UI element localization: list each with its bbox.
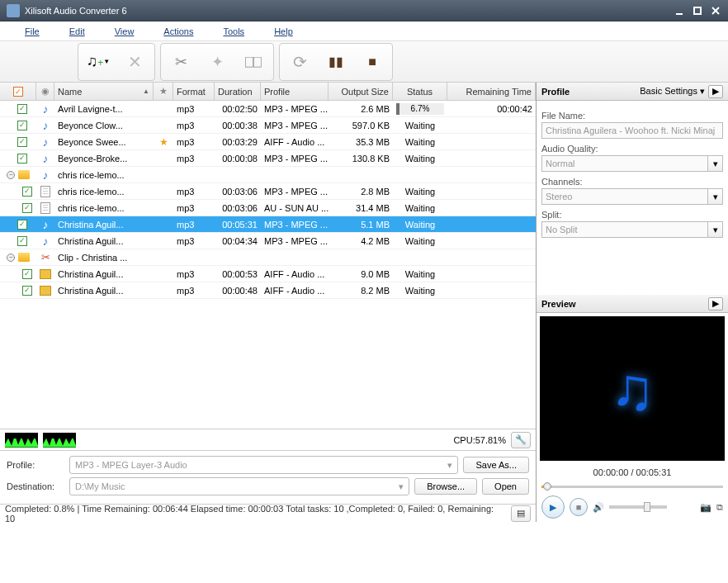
checkbox[interactable]: [22, 269, 32, 279]
row-output: [329, 249, 393, 265]
row-name: Christina Aguil...: [54, 266, 154, 282]
row-output: 9.0 MB: [329, 266, 393, 282]
row-format: mp3: [173, 117, 215, 133]
menu-help[interactable]: Help: [259, 24, 308, 39]
table-row[interactable]: ♪Avril Lavigne-t...mp300:02:50MP3 - MPEG…: [0, 101, 536, 117]
preview-seek-slider[interactable]: [541, 481, 723, 492]
preview-time: 00:00:00 / 00:05:31: [537, 464, 728, 481]
header-duration[interactable]: Duration: [215, 83, 261, 100]
filename-input[interactable]: [541, 122, 723, 139]
browse-button[interactable]: Browse...: [414, 478, 477, 495]
table-row[interactable]: ♪Beyonce-Broke...mp300:00:08MP3 - MPEG .…: [0, 150, 536, 167]
volume-icon[interactable]: 🔊: [593, 502, 604, 513]
popout-button[interactable]: ⧉: [716, 502, 723, 513]
pause-button[interactable]: ▮▮: [319, 47, 352, 77]
checkbox[interactable]: [17, 137, 27, 147]
maximize-button[interactable]: [688, 4, 707, 17]
collapse-icon[interactable]: −: [7, 171, 15, 179]
file-list[interactable]: ♪Avril Lavigne-t...mp300:02:50MP3 - MPEG…: [0, 101, 536, 429]
table-row[interactable]: ♪Beyonce Clow...mp300:00:38MP3 - MPEG ..…: [0, 117, 536, 134]
chevron-down-icon[interactable]: ▾: [708, 221, 723, 238]
open-button[interactable]: Open: [482, 478, 529, 495]
chevron-down-icon[interactable]: ▾: [708, 188, 723, 205]
star-icon[interactable]: ★: [159, 136, 168, 148]
status-list-button[interactable]: ▤: [511, 505, 531, 522]
close-button[interactable]: [707, 4, 725, 17]
table-row[interactable]: ♪Christina Aguil...mp300:04:34MP3 - MPEG…: [0, 233, 536, 249]
row-output: [329, 167, 393, 182]
table-row[interactable]: − ♪chris rice-lemo...: [0, 167, 536, 183]
split-select[interactable]: [541, 221, 708, 238]
row-format: mp3: [173, 101, 215, 116]
music-icon: ♪: [43, 102, 49, 116]
menu-tools[interactable]: Tools: [208, 24, 259, 39]
row-format: mp3: [173, 200, 215, 216]
effects-button[interactable]: ✦: [201, 47, 234, 77]
collapse-icon[interactable]: −: [7, 254, 15, 262]
play-button[interactable]: ▶: [541, 495, 565, 519]
preview-stop-button[interactable]: ■: [570, 498, 588, 516]
basic-settings-dropdown[interactable]: Basic Settings ▾: [640, 86, 705, 97]
profile-collapse-button[interactable]: ▶: [708, 85, 723, 98]
checkbox[interactable]: [22, 286, 32, 296]
chevron-down-icon[interactable]: ▾: [708, 155, 723, 172]
destination-select[interactable]: D:\My Music▾: [69, 477, 409, 495]
snapshot-button[interactable]: 📷: [700, 502, 711, 513]
table-row[interactable]: Christina Aguil...mp300:00:53AIFF - Audi…: [0, 266, 536, 282]
clip-button[interactable]: ✂: [164, 47, 197, 77]
row-profile: MP3 - MPEG ...: [261, 150, 329, 166]
table-row[interactable]: ♪Beyonce Swee...★mp300:03:29AIFF - Audio…: [0, 134, 536, 150]
header-name[interactable]: Name▲: [54, 83, 154, 100]
row-remaining: [447, 282, 536, 298]
menu-edit[interactable]: Edit: [54, 24, 100, 39]
row-output: 8.2 MB: [329, 282, 393, 298]
checkbox[interactable]: [17, 121, 27, 130]
header-output[interactable]: Output Size: [329, 83, 393, 100]
cpu-text: CPU:57.81%: [453, 435, 506, 445]
row-remaining: [447, 266, 536, 282]
add-file-button[interactable]: ♫+▼: [82, 47, 115, 77]
header-format[interactable]: Format: [173, 83, 215, 100]
menu-actions[interactable]: Actions: [149, 24, 208, 39]
table-row[interactable]: Christina Aguil...mp300:00:48AIFF - Audi…: [0, 282, 536, 299]
checkbox[interactable]: [17, 236, 27, 246]
row-profile: AIFF - Audio ...: [261, 134, 329, 149]
row-output: 2.6 MB: [329, 101, 393, 116]
checkbox[interactable]: [17, 154, 27, 164]
wrench-icon: 🔧: [515, 434, 527, 445]
checkbox[interactable]: [22, 187, 32, 197]
profile-panel-header: Profile Basic Settings ▾ ▶: [537, 83, 728, 101]
row-remaining: [447, 233, 536, 249]
quality-select[interactable]: [541, 155, 708, 172]
checkbox[interactable]: [22, 203, 32, 213]
checkbox[interactable]: [17, 220, 27, 230]
split-button[interactable]: ⎕⎕: [237, 47, 270, 77]
table-row[interactable]: ♪Christina Aguil...mp300:05:31MP3 - MPEG…: [0, 216, 536, 233]
checkbox[interactable]: [17, 104, 27, 114]
channels-select[interactable]: [541, 188, 708, 205]
header-star[interactable]: ★: [154, 83, 173, 100]
header-profile[interactable]: Profile: [261, 83, 329, 100]
menu-file[interactable]: File: [10, 24, 54, 39]
row-remaining: [447, 117, 536, 133]
header-check[interactable]: [0, 83, 36, 100]
minimize-button[interactable]: [670, 4, 688, 17]
header-remaining[interactable]: Remaining Time: [447, 83, 536, 100]
remove-button[interactable]: ✕: [118, 47, 151, 77]
preview-collapse-button[interactable]: ▶: [708, 297, 723, 310]
music-icon: ♪: [43, 119, 49, 132]
row-profile: AIFF - Audio ...: [261, 282, 329, 298]
header-disc-icon[interactable]: ◉: [36, 83, 54, 100]
convert-button[interactable]: ⟳: [283, 47, 316, 77]
cpu-settings-button[interactable]: 🔧: [511, 432, 531, 448]
volume-slider[interactable]: [609, 505, 667, 509]
table-row[interactable]: chris rice-lemo...mp300:03:06AU - SUN AU…: [0, 200, 536, 216]
music-icon: ♪: [43, 235, 49, 248]
header-status[interactable]: Status: [393, 83, 447, 100]
stop-button[interactable]: ■: [356, 47, 389, 77]
table-row[interactable]: chris rice-lemo...mp300:03:06MP3 - MPEG …: [0, 183, 536, 200]
profile-select[interactable]: MP3 - MPEG Layer-3 Audio▾: [69, 456, 458, 474]
table-row[interactable]: − ✂Clip - Christina ...: [0, 249, 536, 266]
saveas-button[interactable]: Save As...: [463, 457, 529, 473]
menu-view[interactable]: View: [100, 24, 149, 39]
